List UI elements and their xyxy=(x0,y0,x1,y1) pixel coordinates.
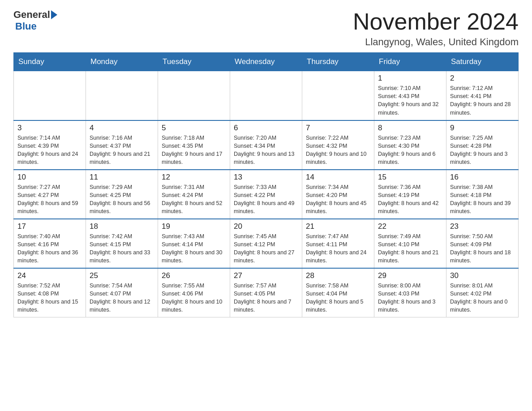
calendar-cell: 4Sunrise: 7:16 AM Sunset: 4:37 PM Daylig… xyxy=(86,120,158,170)
column-header-friday: Friday xyxy=(374,53,446,71)
day-number: 4 xyxy=(90,124,154,133)
day-info: Sunrise: 7:27 AM Sunset: 4:27 PM Dayligh… xyxy=(17,183,82,216)
day-info: Sunrise: 7:25 AM Sunset: 4:28 PM Dayligh… xyxy=(450,134,515,167)
day-number: 7 xyxy=(306,124,370,133)
day-number: 21 xyxy=(306,222,370,231)
day-number: 20 xyxy=(234,222,298,231)
calendar-cell: 2Sunrise: 7:12 AM Sunset: 4:41 PM Daylig… xyxy=(446,71,519,120)
calendar-cell: 21Sunrise: 7:47 AM Sunset: 4:11 PM Dayli… xyxy=(302,219,374,268)
day-info: Sunrise: 7:50 AM Sunset: 4:09 PM Dayligh… xyxy=(450,232,515,265)
calendar-cell xyxy=(86,71,158,120)
day-info: Sunrise: 7:29 AM Sunset: 4:25 PM Dayligh… xyxy=(90,183,154,216)
calendar-cell: 17Sunrise: 7:40 AM Sunset: 4:16 PM Dayli… xyxy=(14,219,86,268)
page-header: General Blue November 2024 Llangynog, Wa… xyxy=(13,9,519,48)
calendar-cell xyxy=(230,71,302,120)
day-info: Sunrise: 7:49 AM Sunset: 4:10 PM Dayligh… xyxy=(378,232,442,265)
calendar-cell: 22Sunrise: 7:49 AM Sunset: 4:10 PM Dayli… xyxy=(374,219,446,268)
day-number: 6 xyxy=(234,124,298,133)
day-number: 14 xyxy=(306,173,370,182)
column-header-monday: Monday xyxy=(86,53,158,71)
day-number: 10 xyxy=(17,173,82,182)
day-number: 24 xyxy=(17,271,82,280)
title-section: November 2024 Llangynog, Wales, United K… xyxy=(353,9,519,48)
day-number: 3 xyxy=(17,124,82,133)
day-info: Sunrise: 7:10 AM Sunset: 4:43 PM Dayligh… xyxy=(378,84,442,117)
calendar-cell: 9Sunrise: 7:25 AM Sunset: 4:28 PM Daylig… xyxy=(446,120,519,170)
month-title: November 2024 xyxy=(353,9,519,34)
column-header-tuesday: Tuesday xyxy=(158,53,230,71)
calendar-cell: 11Sunrise: 7:29 AM Sunset: 4:25 PM Dayli… xyxy=(86,170,158,219)
day-number: 15 xyxy=(378,173,442,182)
calendar-cell: 29Sunrise: 8:00 AM Sunset: 4:03 PM Dayli… xyxy=(374,268,446,317)
calendar-cell xyxy=(14,71,86,120)
day-info: Sunrise: 7:54 AM Sunset: 4:07 PM Dayligh… xyxy=(90,282,154,314)
column-header-sunday: Sunday xyxy=(14,53,86,71)
calendar-cell: 20Sunrise: 7:45 AM Sunset: 4:12 PM Dayli… xyxy=(230,219,302,268)
day-info: Sunrise: 7:42 AM Sunset: 4:15 PM Dayligh… xyxy=(90,232,154,265)
calendar-cell: 10Sunrise: 7:27 AM Sunset: 4:27 PM Dayli… xyxy=(14,170,86,219)
calendar-cell: 16Sunrise: 7:38 AM Sunset: 4:18 PM Dayli… xyxy=(446,170,519,219)
day-number: 5 xyxy=(162,124,226,133)
calendar-week-row: 10Sunrise: 7:27 AM Sunset: 4:27 PM Dayli… xyxy=(14,170,519,219)
calendar-cell: 24Sunrise: 7:52 AM Sunset: 4:08 PM Dayli… xyxy=(14,268,86,317)
day-info: Sunrise: 8:01 AM Sunset: 4:02 PM Dayligh… xyxy=(450,282,515,314)
day-number: 29 xyxy=(378,271,442,280)
day-number: 30 xyxy=(450,271,515,280)
day-number: 8 xyxy=(378,124,442,133)
logo-general-text: General xyxy=(13,9,50,21)
calendar-cell: 7Sunrise: 7:22 AM Sunset: 4:32 PM Daylig… xyxy=(302,120,374,170)
day-number: 12 xyxy=(162,173,226,182)
day-number: 22 xyxy=(378,222,442,231)
day-number: 16 xyxy=(450,173,515,182)
column-header-wednesday: Wednesday xyxy=(230,53,302,71)
location-subtitle: Llangynog, Wales, United Kingdom xyxy=(353,36,519,48)
day-info: Sunrise: 7:34 AM Sunset: 4:20 PM Dayligh… xyxy=(306,183,370,216)
calendar-week-row: 1Sunrise: 7:10 AM Sunset: 4:43 PM Daylig… xyxy=(14,71,519,120)
column-header-saturday: Saturday xyxy=(446,53,519,71)
day-info: Sunrise: 7:33 AM Sunset: 4:22 PM Dayligh… xyxy=(234,183,298,216)
calendar-week-row: 3Sunrise: 7:14 AM Sunset: 4:39 PM Daylig… xyxy=(14,120,519,170)
day-number: 11 xyxy=(90,173,154,182)
calendar-header-row: SundayMondayTuesdayWednesdayThursdayFrid… xyxy=(14,53,519,71)
day-info: Sunrise: 7:47 AM Sunset: 4:11 PM Dayligh… xyxy=(306,232,370,265)
day-number: 13 xyxy=(234,173,298,182)
logo-arrow-icon xyxy=(51,10,57,19)
calendar-week-row: 24Sunrise: 7:52 AM Sunset: 4:08 PM Dayli… xyxy=(14,268,519,317)
calendar-cell: 26Sunrise: 7:55 AM Sunset: 4:06 PM Dayli… xyxy=(158,268,230,317)
calendar-cell: 19Sunrise: 7:43 AM Sunset: 4:14 PM Dayli… xyxy=(158,219,230,268)
calendar-cell: 13Sunrise: 7:33 AM Sunset: 4:22 PM Dayli… xyxy=(230,170,302,219)
day-number: 2 xyxy=(450,74,515,83)
day-info: Sunrise: 7:22 AM Sunset: 4:32 PM Dayligh… xyxy=(306,134,370,167)
day-info: Sunrise: 7:57 AM Sunset: 4:05 PM Dayligh… xyxy=(234,282,298,314)
calendar-cell: 5Sunrise: 7:18 AM Sunset: 4:35 PM Daylig… xyxy=(158,120,230,170)
calendar-cell: 28Sunrise: 7:58 AM Sunset: 4:04 PM Dayli… xyxy=(302,268,374,317)
calendar-cell: 23Sunrise: 7:50 AM Sunset: 4:09 PM Dayli… xyxy=(446,219,519,268)
calendar-cell xyxy=(302,71,374,120)
day-info: Sunrise: 7:45 AM Sunset: 4:12 PM Dayligh… xyxy=(234,232,298,265)
day-number: 1 xyxy=(378,74,442,83)
day-number: 25 xyxy=(90,271,154,280)
day-info: Sunrise: 7:55 AM Sunset: 4:06 PM Dayligh… xyxy=(162,282,226,314)
day-number: 18 xyxy=(90,222,154,231)
day-number: 17 xyxy=(17,222,82,231)
day-info: Sunrise: 7:58 AM Sunset: 4:04 PM Dayligh… xyxy=(306,282,370,314)
calendar-cell: 12Sunrise: 7:31 AM Sunset: 4:24 PM Dayli… xyxy=(158,170,230,219)
logo: General Blue xyxy=(13,9,57,32)
calendar-cell xyxy=(158,71,230,120)
calendar-cell: 27Sunrise: 7:57 AM Sunset: 4:05 PM Dayli… xyxy=(230,268,302,317)
day-info: Sunrise: 7:38 AM Sunset: 4:18 PM Dayligh… xyxy=(450,183,515,216)
calendar-cell: 15Sunrise: 7:36 AM Sunset: 4:19 PM Dayli… xyxy=(374,170,446,219)
day-info: Sunrise: 7:18 AM Sunset: 4:35 PM Dayligh… xyxy=(162,134,226,167)
day-info: Sunrise: 7:40 AM Sunset: 4:16 PM Dayligh… xyxy=(17,232,82,265)
day-number: 27 xyxy=(234,271,298,280)
calendar-cell: 6Sunrise: 7:20 AM Sunset: 4:34 PM Daylig… xyxy=(230,120,302,170)
calendar-cell: 1Sunrise: 7:10 AM Sunset: 4:43 PM Daylig… xyxy=(374,71,446,120)
day-info: Sunrise: 7:16 AM Sunset: 4:37 PM Dayligh… xyxy=(90,134,154,167)
calendar-cell: 18Sunrise: 7:42 AM Sunset: 4:15 PM Dayli… xyxy=(86,219,158,268)
day-info: Sunrise: 7:31 AM Sunset: 4:24 PM Dayligh… xyxy=(162,183,226,216)
day-number: 19 xyxy=(162,222,226,231)
calendar-cell: 14Sunrise: 7:34 AM Sunset: 4:20 PM Dayli… xyxy=(302,170,374,219)
logo-blue-text: Blue xyxy=(15,21,37,32)
day-info: Sunrise: 7:20 AM Sunset: 4:34 PM Dayligh… xyxy=(234,134,298,167)
calendar-cell: 8Sunrise: 7:23 AM Sunset: 4:30 PM Daylig… xyxy=(374,120,446,170)
